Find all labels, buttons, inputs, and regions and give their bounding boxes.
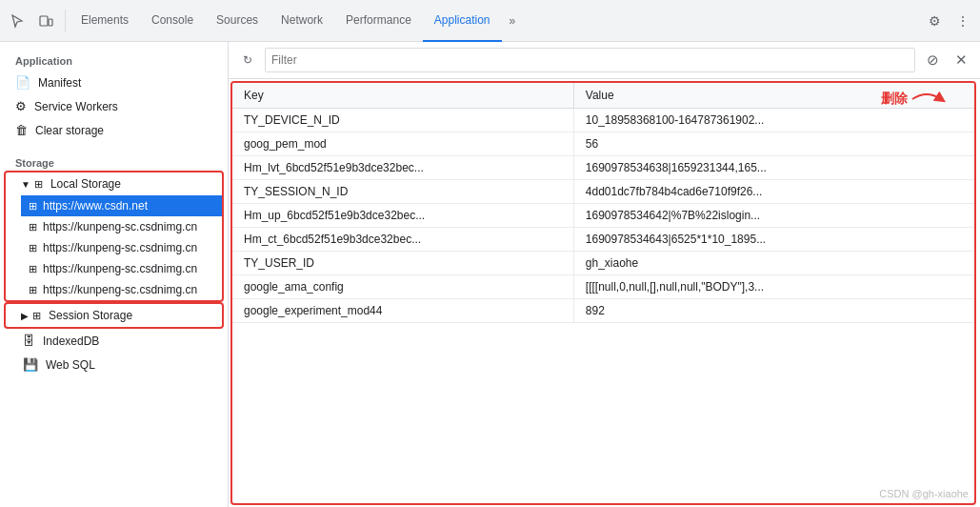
toolbar-right: ⚙ ⋮ xyxy=(921,8,976,34)
delete-annotation: 删除 xyxy=(881,85,946,113)
sidebar-item-clear-storage[interactable]: 🗑 Clear storage xyxy=(0,118,228,142)
local-storage-site-1[interactable]: ⊞ https://kunpeng-sc.csdnimg.cn xyxy=(21,216,222,237)
sidebar-item-service-workers[interactable]: ⚙ Service Workers xyxy=(0,94,228,118)
delete-label: 删除 xyxy=(881,91,908,108)
manifest-icon: 📄 xyxy=(15,75,30,90)
filter-input-wrap xyxy=(265,48,915,72)
cell-key: google_ama_config xyxy=(232,275,573,299)
service-workers-icon: ⚙ xyxy=(15,99,27,113)
local-storage-label: Local Storage xyxy=(50,177,121,191)
storage-table: Key Value TY_DEVICE_N_ID 10_18958368100-… xyxy=(232,83,974,323)
site-label-2: https://kunpeng-sc.csdnimg.cn xyxy=(43,241,197,254)
cell-value: 56 xyxy=(573,132,974,156)
local-storage-sites: ⊞ https://www.csdn.net ⊞ https://kunpeng… xyxy=(6,195,222,300)
indexeddb-icon: 🗄 xyxy=(23,334,35,348)
table-row[interactable]: Hm_lvt_6bcd52f51e9b3dce32bec... 16909785… xyxy=(232,156,974,180)
table-body: TY_DEVICE_N_ID 10_18958368100-1647873619… xyxy=(232,109,974,323)
site-label-1: https://kunpeng-sc.csdnimg.cn xyxy=(43,220,197,233)
websql-icon: 💾 xyxy=(23,357,38,372)
table-row[interactable]: TY_USER_ID gh_xiaohe xyxy=(232,252,974,275)
cell-key: TY_USER_ID xyxy=(232,252,573,275)
cell-key: google_experiment_mod44 xyxy=(232,299,573,323)
cell-key: goog_pem_mod xyxy=(232,132,573,156)
site-icon-3: ⊞ xyxy=(29,263,37,275)
filter-input[interactable] xyxy=(271,53,909,67)
service-workers-label: Service Workers xyxy=(34,100,212,113)
top-bar: Elements Console Sources Network Perform… xyxy=(0,0,980,42)
local-storage-site-2[interactable]: ⊞ https://kunpeng-sc.csdnimg.cn xyxy=(21,237,222,258)
storage-section-title: Storage xyxy=(0,152,228,172)
cell-key: TY_DEVICE_N_ID xyxy=(232,109,573,132)
table-row[interactable]: Hm_up_6bcd52f51e9b3dce32bec... 169097853… xyxy=(232,204,974,228)
device-toolbar-icon[interactable] xyxy=(32,8,59,34)
local-storage-icon: ⊞ xyxy=(34,178,43,191)
site-icon-1: ⊞ xyxy=(29,221,37,233)
svg-rect-0 xyxy=(40,16,48,26)
sidebar-item-indexeddb[interactable]: 🗄 IndexedDB xyxy=(0,329,228,353)
tab-application[interactable]: Application xyxy=(423,0,502,42)
clear-storage-icon: 🗑 xyxy=(15,123,28,137)
cell-key: TY_SESSION_N_ID xyxy=(232,180,573,204)
site-icon-0: ⊞ xyxy=(29,200,37,213)
tab-console[interactable]: Console xyxy=(140,0,205,42)
toolbar-left xyxy=(4,8,70,34)
cell-value: 1690978534638|1659231344,165... xyxy=(573,156,974,180)
app-section-title: Application xyxy=(0,50,228,71)
content-area: ↻ ⊘ ✕ 删除 xyxy=(229,42,980,507)
tab-elements[interactable]: Elements xyxy=(70,0,140,42)
cell-value: 1690978534643|6525*1*10_1895... xyxy=(573,228,974,252)
table-row[interactable]: goog_pem_mod 56 xyxy=(232,132,974,156)
manifest-label: Manifest xyxy=(38,76,212,90)
settings-icon[interactable]: ⚙ xyxy=(921,8,948,34)
table-row[interactable]: google_experiment_mod44 892 xyxy=(232,299,974,323)
tab-sources[interactable]: Sources xyxy=(205,0,270,42)
table-row[interactable]: TY_DEVICE_N_ID 10_18958368100-1647873619… xyxy=(232,109,974,132)
main-area: Application 📄 Manifest ⚙ Service Workers… xyxy=(0,42,980,507)
site-label-3: https://kunpeng-sc.csdnimg.cn xyxy=(43,262,197,275)
site-label-4: https://kunpeng-sc.csdnimg.cn xyxy=(43,283,197,296)
tab-more-button[interactable]: » xyxy=(502,0,524,42)
arrow-svg xyxy=(908,85,946,113)
tab-network[interactable]: Network xyxy=(270,0,334,42)
local-storage-group: ▼ ⊞ Local Storage ⊞ https://www.csdn.net… xyxy=(6,172,222,300)
site-icon-2: ⊞ xyxy=(29,242,37,254)
filter-bar: ↻ ⊘ ✕ xyxy=(229,42,980,79)
cell-value: [[[[null,0,null,[],null,null,"BODY"],3..… xyxy=(573,275,974,299)
cell-value: 1690978534642|%7B%22islogin... xyxy=(573,204,974,228)
tab-performance[interactable]: Performance xyxy=(334,0,423,42)
sidebar: Application 📄 Manifest ⚙ Service Workers… xyxy=(0,42,229,507)
table-row[interactable]: google_ama_config [[[[null,0,null,[],nul… xyxy=(232,275,974,299)
divider xyxy=(65,10,66,32)
cell-key: Hm_ct_6bcd52f51e9b3dce32bec... xyxy=(232,228,573,252)
local-storage-site-3[interactable]: ⊞ https://kunpeng-sc.csdnimg.cn xyxy=(21,258,222,279)
cell-value: gh_xiaohe xyxy=(573,252,974,275)
clear-storage-label: Clear storage xyxy=(35,124,212,137)
site-icon-4: ⊞ xyxy=(29,284,37,296)
refresh-button[interactable]: ↻ xyxy=(236,49,259,71)
table-row[interactable]: TY_SESSION_N_ID 4dd01dc7fb784b4cad6e710f… xyxy=(232,180,974,204)
close-button[interactable]: ✕ xyxy=(950,49,972,71)
cursor-icon[interactable] xyxy=(4,8,30,34)
local-storage-site-0[interactable]: ⊞ https://www.csdn.net xyxy=(21,195,222,216)
cell-key: Hm_up_6bcd52f51e9b3dce32bec... xyxy=(232,204,573,228)
indexeddb-label: IndexedDB xyxy=(43,335,212,348)
session-storage-group: ▶ ⊞ Session Storage xyxy=(6,304,222,327)
block-icon[interactable]: ⊘ xyxy=(921,49,944,71)
cell-key: Hm_lvt_6bcd52f51e9b3dce32bec... xyxy=(232,156,573,180)
table-row[interactable]: Hm_ct_6bcd52f51e9b3dce32bec... 169097853… xyxy=(232,228,974,252)
watermark: CSDN @gh-xiaohe xyxy=(879,488,969,499)
session-storage-label: Session Storage xyxy=(49,309,132,322)
cell-value: 892 xyxy=(573,299,974,323)
session-storage-header[interactable]: ▶ ⊞ Session Storage xyxy=(6,304,222,327)
local-storage-header[interactable]: ▼ ⊞ Local Storage xyxy=(6,172,222,195)
session-storage-icon: ⊞ xyxy=(32,310,41,322)
cell-value: 4dd01dc7fb784b4cad6e710f9f26... xyxy=(573,180,974,204)
local-storage-site-4[interactable]: ⊞ https://kunpeng-sc.csdnimg.cn xyxy=(21,279,222,300)
sidebar-item-manifest[interactable]: 📄 Manifest xyxy=(0,71,228,94)
session-storage-arrow: ▶ xyxy=(21,311,29,321)
more-options-icon[interactable]: ⋮ xyxy=(950,8,976,34)
sidebar-item-websql[interactable]: 💾 Web SQL xyxy=(0,353,228,376)
storage-table-wrap: 删除 Key Value xyxy=(232,83,974,503)
table-header-row: Key Value xyxy=(232,83,974,109)
tab-list: Elements Console Sources Network Perform… xyxy=(70,0,921,42)
